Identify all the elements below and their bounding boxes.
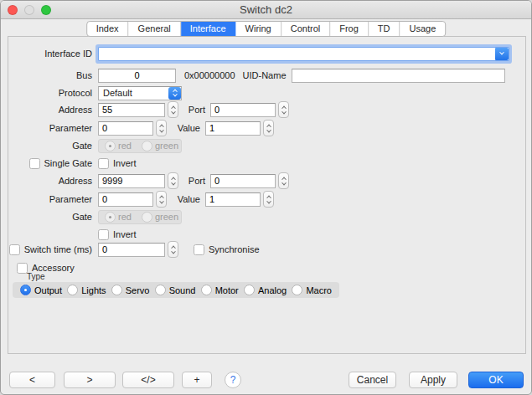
tab-interface[interactable]: Interface [181,22,236,36]
address2-row: Address Port [8,172,289,189]
interface-form-panel: Interface ID Bus 0x00000000 UID-Name Pro… [8,36,526,354]
address2-input[interactable] [98,174,165,188]
radio-icon [111,285,122,295]
port2-input[interactable] [210,174,276,188]
bus-row: Bus 0x00000000 UID-Name [8,67,505,84]
stepper-down-icon [266,127,271,132]
tab-general[interactable]: General [129,22,181,36]
value1-stepper[interactable] [263,120,274,136]
gate2-red-label: red [118,212,132,222]
switch-time-label: Switch time (ms) [24,244,92,254]
invert2-checkbox[interactable] [98,229,109,240]
value2-stepper[interactable] [263,191,274,208]
type-option-macro[interactable]: Macro [292,285,332,295]
type-option-analog[interactable]: Analog [244,285,287,295]
tab-index[interactable]: Index [87,22,129,36]
radio-selected-icon [20,285,31,295]
invert1-checkbox[interactable] [98,158,109,169]
single-gate-label: Single Gate [44,158,92,168]
parameter1-input[interactable] [98,121,153,136]
help-button[interactable]: ? [225,372,241,388]
parameter2-input[interactable] [98,192,153,207]
address2-stepper[interactable] [168,172,178,189]
zoom-button[interactable] [41,5,51,15]
stepper-down-icon [266,198,271,203]
value1-label: Value [167,123,200,133]
ok-button[interactable]: OK [468,372,524,388]
type-option-servo[interactable]: Servo [111,285,150,295]
switch-time-input[interactable] [98,243,165,257]
gate1-green-label: green [155,141,178,151]
radio-red-icon [105,212,116,223]
value2-input[interactable] [205,192,261,207]
parameter1-row: Parameter Value [8,120,274,136]
prev-button[interactable]: < [9,372,55,388]
cancel-button[interactable]: Cancel [349,372,396,388]
address1-input[interactable] [98,103,165,117]
type-option-lights[interactable]: Lights [67,285,106,295]
interface-id-input[interactable] [98,47,509,61]
parameter1-stepper[interactable] [156,120,167,136]
interface-id-combobox [98,47,509,61]
address1-label: Address [8,105,92,115]
tab-bar: Index General Interface Wiring Control F… [86,21,447,37]
radio-icon [201,285,212,295]
stepper-down-icon [159,198,164,203]
tab-td[interactable]: TD [369,22,400,36]
stepper-down-icon [171,109,176,114]
chevron-down-icon [173,92,178,97]
type-radio-group: Output Lights Servo Sound Motor Analog [13,282,339,298]
switch-time-checkbox[interactable] [9,244,20,255]
port2-label: Port [178,176,205,186]
window-title: Switch dc2 [240,3,292,16]
protocol-popup[interactable]: Default [98,86,182,100]
single-gate-checkbox[interactable] [29,158,40,169]
bus-input[interactable] [98,69,176,83]
parameter1-label: Parameter [8,123,92,133]
gate1-green-option: green [142,141,178,151]
uid-name-input[interactable] [292,69,505,83]
radio-green-icon [142,141,152,151]
gate1-red-label: red [118,141,132,151]
type-option-motor[interactable]: Motor [201,285,239,295]
gate1-label: Gate [8,141,92,151]
chevron-down-icon [499,50,504,55]
invert2-label: Invert [113,229,137,239]
type-option-sound[interactable]: Sound [155,285,196,295]
next-button[interactable]: > [64,372,116,388]
port2-stepper[interactable] [278,172,289,189]
port1-input[interactable] [210,103,276,117]
gate2-green-option: green [142,212,178,223]
gate2-label: Gate [8,212,92,222]
switch-time-cell: Switch time (ms) [8,244,92,255]
port1-stepper[interactable] [278,101,289,118]
type-option-label: Macro [306,285,332,295]
invert1-label: Invert [113,158,137,168]
close-button[interactable] [8,5,18,15]
address1-row: Address Port [8,101,289,118]
synchronise-checkbox[interactable] [194,244,204,255]
title-bar: Switch dc2 [1,1,531,19]
radio-red-icon [105,141,116,151]
gate1-radio-group: red green [98,139,182,153]
bus-label: Bus [8,70,92,80]
type-option-label: Analog [258,285,287,295]
single-gate-cell: Single Gate [8,158,92,169]
parameter2-row: Parameter Value [8,191,274,208]
apply-button[interactable]: Apply [409,372,457,388]
parameter2-stepper[interactable] [156,191,167,208]
code-button[interactable]: </> [122,372,174,388]
address1-stepper[interactable] [168,101,178,118]
add-button[interactable]: + [182,372,212,388]
tab-usage[interactable]: Usage [400,22,446,36]
switch-time-stepper[interactable] [168,241,178,258]
tab-control[interactable]: Control [281,22,330,36]
type-option-label: Output [34,285,62,295]
type-option-output[interactable]: Output [20,285,62,295]
tab-frog[interactable]: Frog [330,22,369,36]
radio-icon [244,285,255,295]
minimize-button [24,5,34,15]
value1-input[interactable] [205,121,261,136]
interface-id-dropdown-button[interactable] [495,48,509,60]
tab-wiring[interactable]: Wiring [236,22,281,36]
